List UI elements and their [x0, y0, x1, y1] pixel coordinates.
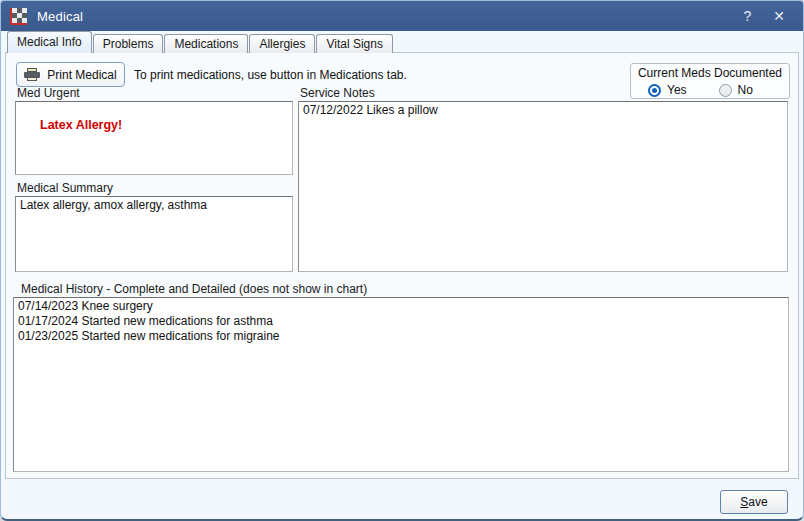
- titlebar: Medical ? ✕: [1, 1, 803, 31]
- radio-no-label: No: [738, 83, 753, 97]
- print-medical-button[interactable]: Print Medical: [16, 62, 125, 87]
- print-medical-label: Print Medical: [47, 68, 116, 82]
- medical-summary-field[interactable]: Latex allergy, amox allergy, asthma: [15, 196, 293, 272]
- current-meds-no-option[interactable]: No: [719, 83, 790, 97]
- tab-vital-signs[interactable]: Vital Signs: [316, 34, 392, 53]
- window-title: Medical: [37, 9, 83, 24]
- tab-medications[interactable]: Medications: [164, 34, 248, 53]
- current-meds-yes-option[interactable]: Yes: [648, 83, 719, 97]
- print-hint-text: To print medications, use button in Medi…: [134, 62, 407, 87]
- printer-icon: [24, 68, 40, 82]
- current-meds-label: Current Meds Documented: [631, 66, 789, 80]
- med-urgent-field[interactable]: Latex Allergy!: [15, 101, 293, 175]
- close-button[interactable]: ✕: [769, 7, 789, 25]
- tab-allergies[interactable]: Allergies: [249, 34, 315, 53]
- save-button[interactable]: Save: [720, 490, 788, 514]
- radio-no-icon[interactable]: [719, 84, 732, 97]
- radio-yes-icon[interactable]: [648, 84, 661, 97]
- medical-summary-label: Medical Summary: [17, 181, 113, 195]
- tab-strip: Medical Info Problems Medications Allerg…: [7, 32, 394, 53]
- tab-problems[interactable]: Problems: [93, 34, 164, 53]
- medical-dialog: Medical ? ✕ Medical Info Problems Medica…: [0, 0, 804, 521]
- medical-history-label: Medical History - Complete and Detailed …: [21, 282, 367, 296]
- med-urgent-value: Latex Allergy!: [40, 118, 122, 132]
- medical-history-field[interactable]: 07/14/2023 Knee surgery 01/17/2024 Start…: [13, 297, 789, 472]
- app-grid-icon: [10, 8, 27, 25]
- help-button[interactable]: ?: [739, 7, 755, 25]
- save-label-rest: ave: [748, 495, 767, 509]
- service-notes-field[interactable]: 07/12/2022 Likes a pillow: [298, 101, 788, 272]
- radio-yes-label: Yes: [667, 83, 687, 97]
- service-notes-label: Service Notes: [300, 86, 375, 100]
- current-meds-groupbox: Current Meds Documented Yes No: [630, 63, 790, 99]
- med-urgent-label: Med Urgent: [17, 86, 80, 100]
- medical-info-panel: Print Medical To print medications, use …: [5, 52, 799, 479]
- tab-medical-info[interactable]: Medical Info: [7, 31, 92, 53]
